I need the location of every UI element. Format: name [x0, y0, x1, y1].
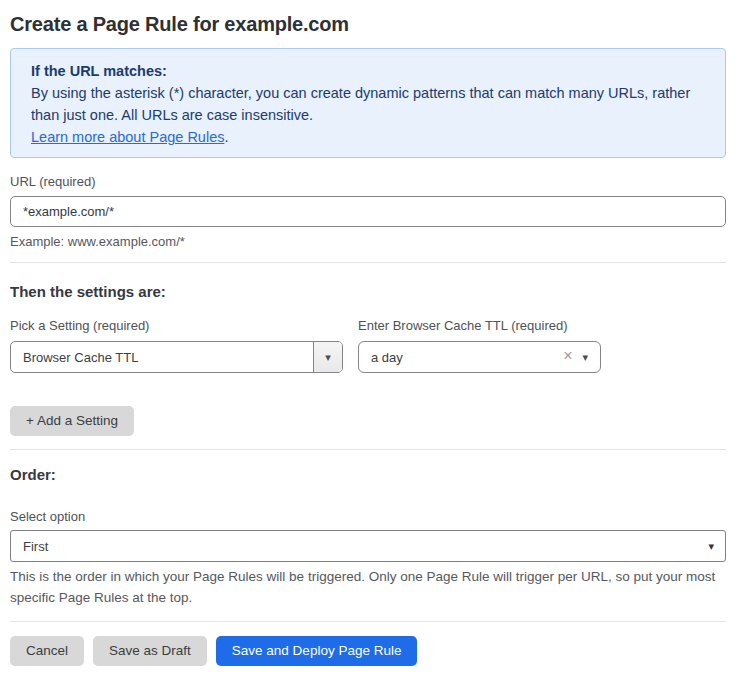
url-matches-info-box: If the URL matches: By using the asteris… — [10, 48, 726, 158]
add-setting-button[interactable]: + Add a Setting — [10, 406, 134, 436]
pick-setting-select[interactable]: Browser Cache TTL ▾ — [10, 341, 343, 373]
order-help-text: This is the order in which your Page Rul… — [10, 566, 726, 608]
url-example-hint: Example: www.example.com/* — [10, 234, 726, 249]
url-input[interactable] — [10, 196, 726, 227]
section-divider — [10, 262, 726, 263]
settings-section-heading: Then the settings are: — [10, 283, 726, 301]
ttl-field: Enter Browser Cache TTL (required) a day… — [358, 318, 601, 373]
ttl-label: Enter Browser Cache TTL (required) — [358, 318, 601, 333]
chevron-down-icon: ▾ — [582, 352, 600, 363]
chevron-down-icon: ▾ — [708, 541, 725, 552]
order-select[interactable]: First ▾ — [10, 530, 726, 562]
save-deploy-button[interactable]: Save and Deploy Page Rule — [216, 636, 418, 666]
order-section-heading: Order: — [10, 466, 726, 484]
page-title: Create a Page Rule for example.com — [10, 12, 726, 36]
learn-more-link[interactable]: Learn more about Page Rules — [31, 129, 224, 145]
pick-setting-field: Pick a Setting (required) Browser Cache … — [10, 318, 343, 373]
clear-icon[interactable]: × — [563, 348, 582, 366]
cancel-button[interactable]: Cancel — [10, 636, 84, 666]
section-divider — [10, 449, 726, 450]
info-box-heading: If the URL matches: — [31, 60, 705, 82]
order-select-label: Select option — [10, 509, 726, 524]
pick-setting-value: Browser Cache TTL — [11, 350, 313, 365]
footer-actions: Cancel Save as Draft Save and Deploy Pag… — [10, 636, 726, 666]
pick-setting-label: Pick a Setting (required) — [10, 318, 343, 333]
info-box-body: By using the asterisk (*) character, you… — [31, 82, 705, 126]
dropdown-arrow-button[interactable]: ▾ — [313, 342, 342, 372]
section-divider — [10, 621, 726, 622]
order-value: First — [11, 539, 708, 554]
ttl-value: a day — [359, 350, 563, 365]
info-box-link-line: Learn more about Page Rules. — [31, 126, 705, 148]
settings-row: Pick a Setting (required) Browser Cache … — [10, 318, 726, 373]
ttl-select[interactable]: a day × ▾ — [358, 341, 601, 373]
url-field-label: URL (required) — [10, 174, 726, 189]
link-suffix: . — [224, 129, 228, 145]
chevron-down-icon: ▾ — [325, 352, 331, 363]
save-draft-button[interactable]: Save as Draft — [93, 636, 207, 666]
